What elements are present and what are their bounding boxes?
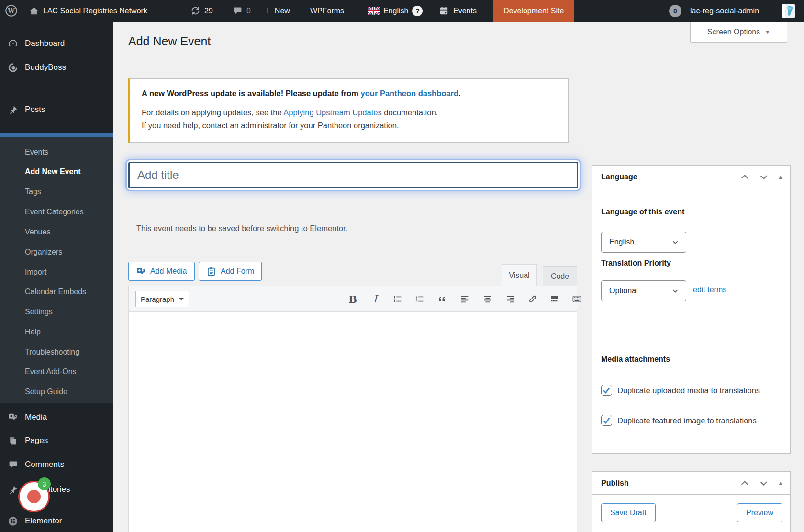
account-menu[interactable]: lac-reg-social-admin [690,0,759,22]
sidebar-item-buddyboss[interactable]: BuddyBoss [0,56,113,78]
save-draft-button[interactable]: Save Draft [601,503,656,522]
buddyboss-icon [8,62,18,73]
user-avatar[interactable] [782,0,795,22]
align-right-button[interactable] [502,290,520,308]
language-field-label: Language of this event [601,208,684,216]
events-adminbar-menu[interactable]: Events [438,0,477,22]
blockquote-button[interactable] [433,290,451,308]
language-panel-header[interactable]: Language ▲ [592,166,790,188]
language-select[interactable]: English [601,232,686,253]
avatar [782,4,795,18]
comments-menu[interactable]: 0 [233,0,251,22]
new-content-menu[interactable]: + New [265,0,290,22]
italic-button[interactable]: I [366,290,384,308]
pantheon-dashboard-link[interactable]: your Pantheon dashboard [361,89,458,98]
blockquote-icon [436,294,447,304]
checkbox-checked-icon[interactable] [601,415,612,426]
move-up-icon[interactable] [739,172,750,182]
site-menu[interactable]: LAC Social Registries Network [29,0,147,22]
elementor-note: This event needs to be saved before swit… [136,224,347,233]
tab-code[interactable]: Code [543,266,577,286]
collapse-panel-icon[interactable]: ▲ [778,480,783,487]
move-down-icon[interactable] [759,478,769,488]
submenu-setup-guide[interactable]: Setup Guide [25,385,67,399]
align-left-icon [459,294,470,304]
content-editor: Paragraph B I 123 [128,286,577,532]
submenu-help[interactable]: Help [25,325,41,339]
home-icon [29,6,39,16]
duplicate-media-checkbox-row[interactable]: Duplicate uploaded media to translations [601,383,778,398]
svg-text:3: 3 [416,300,418,303]
site-name: LAC Social Registries Network [43,7,147,15]
submenu-tags[interactable]: Tags [25,185,41,199]
align-left-button[interactable] [456,290,474,308]
collapse-panel-icon[interactable]: ▲ [778,174,783,180]
toolbar-toggle-button[interactable] [568,290,586,308]
submenu-calendar-embeds[interactable]: Calendar Embeds [25,285,86,299]
submenu-events[interactable]: Events [25,145,48,159]
translation-priority-select[interactable]: Optional [601,280,686,301]
dashboard-icon [8,38,18,49]
read-more-tag-button[interactable] [546,290,564,308]
wordpress-logo-icon[interactable]: W [5,0,18,22]
checkbox-checked-icon[interactable] [601,385,612,396]
recording-dot-icon [27,490,41,503]
submenu-event-add-ons[interactable]: Event Add-Ons [25,365,77,378]
comments-icon [8,459,18,470]
insert-link-button[interactable] [524,290,542,308]
language-label: English [383,7,408,15]
submenu-event-categories[interactable]: Event Categories [25,205,84,219]
environment-badge[interactable]: Development Site [493,0,574,22]
submenu-organizers[interactable]: Organizers [25,245,62,259]
move-down-icon[interactable] [759,172,769,182]
paragraph-format-select[interactable]: Paragraph [135,291,189,307]
sidebar-item-pages[interactable]: Pages [0,430,113,452]
sidebar-item-repositories[interactable]: Repositories [0,478,113,500]
wpforms-label: WPForms [310,7,344,15]
sidebar-item-elementor[interactable]: Elementor [0,510,113,532]
submenu-troubleshooting[interactable]: Troubleshooting [25,345,79,359]
notification-count-menu[interactable]: 0 [669,0,681,22]
media-icon [8,412,18,422]
bold-button[interactable]: B [344,290,362,308]
submenu-add-new-event[interactable]: Add New Event [25,165,80,178]
chevron-down-icon [179,298,184,303]
read-more-icon [549,294,560,304]
page-title: Add New Event [128,34,211,48]
align-center-button[interactable] [479,290,497,308]
update-icon [190,6,201,16]
submenu-import[interactable]: Import [25,266,46,279]
editor-content-area[interactable] [129,312,577,532]
submenu-settings[interactable]: Settings [25,305,53,319]
sidebar-item-media[interactable]: Media [0,406,113,428]
bulleted-list-button[interactable] [389,290,407,308]
new-label: New [275,7,290,15]
sidebar-item-dashboard[interactable]: Dashboard [0,33,113,55]
add-media-button[interactable]: Add Media [128,262,195,281]
events-label: Events [453,7,477,15]
numbered-list-button[interactable]: 123 [411,290,429,308]
sidebar-item-comments[interactable]: Comments [0,454,113,476]
sidebar-item-posts[interactable]: Posts [0,99,113,121]
add-form-icon [206,266,216,277]
edit-terms-link[interactable]: edit terms [693,286,726,294]
publish-panel: Publish ▲ Save Draft Preview [592,471,791,532]
move-up-icon[interactable] [739,478,750,488]
keyboard-icon [571,294,582,305]
updates-menu[interactable]: 29 [190,0,213,22]
event-title-input[interactable] [128,162,578,188]
applying-upstream-updates-link[interactable]: Applying Upstream Updates [283,108,381,117]
language-switcher-menu[interactable]: English ? [368,0,423,22]
tab-visual[interactable]: Visual [502,264,537,286]
screen-options-button[interactable]: Screen Options ▼ [690,22,787,43]
wpforms-menu[interactable]: WPForms [310,0,344,22]
duplicate-featured-checkbox-row[interactable]: Duplicate featured image to translations [601,413,778,428]
numbered-list-icon: 123 [414,294,425,304]
admin-bar: W LAC Social Registries Network 29 0 + N… [0,0,804,22]
chevron-down-icon: ▼ [765,29,770,35]
add-form-button[interactable]: Add Form [199,262,262,281]
username: lac-reg-social-admin [690,7,759,15]
preview-button[interactable]: Preview [737,503,782,522]
publish-panel-header[interactable]: Publish ▲ [592,472,790,495]
submenu-venues[interactable]: Venues [25,225,50,239]
